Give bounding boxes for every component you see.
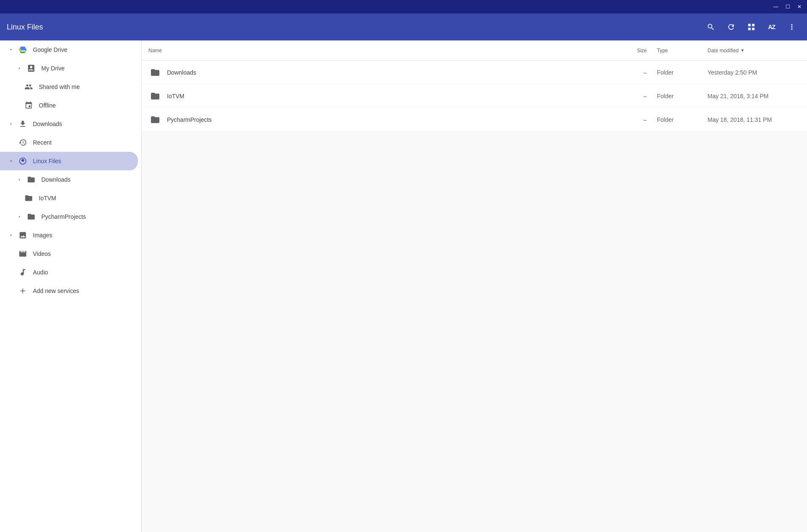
sidebar-label-downloads: Downloads <box>33 121 131 127</box>
download-icon <box>18 119 28 129</box>
table-row[interactable]: PycharmProjects – Folder May 18, 2018, 1… <box>142 108 807 132</box>
titlebar: — ☐ ✕ <box>0 0 807 13</box>
sidebar-item-linux-iotvm[interactable]: IoTVM <box>0 189 138 207</box>
sidebar-item-linux-pycharm[interactable]: PycharmProjects <box>0 207 138 226</box>
close-button[interactable]: ✕ <box>795 3 804 11</box>
file-date-1: Yesterday 2:50 PM <box>707 69 800 76</box>
file-type-3: Folder <box>657 116 707 123</box>
offline-icon <box>24 100 34 110</box>
chevron-right-icon-4 <box>15 214 24 219</box>
column-header-name[interactable]: Name <box>148 48 623 54</box>
column-header-size[interactable]: Size <box>623 48 657 54</box>
folder-row-icon-1 <box>148 66 162 79</box>
add-icon <box>18 286 28 296</box>
sidebar-item-audio[interactable]: Audio <box>0 263 138 282</box>
videos-icon <box>18 249 28 259</box>
images-icon <box>18 230 28 240</box>
folder-icon-2 <box>24 193 34 203</box>
sidebar-label-shared: Shared with me <box>39 83 131 90</box>
chevron-down-icon <box>7 47 15 52</box>
sidebar-label-linux-downloads: Downloads <box>41 176 131 183</box>
file-content-area: Name Size Type Date modified ▼ Downloads… <box>142 40 807 532</box>
chevron-right-icon-2 <box>7 121 15 126</box>
main-layout: Google Drive My Drive Shared with me Off… <box>0 40 807 532</box>
column-header-type[interactable]: Type <box>657 48 707 54</box>
sidebar-item-offline[interactable]: Offline <box>0 96 138 115</box>
chevron-right-icon-3 <box>15 177 24 182</box>
sidebar-item-shared-with-me[interactable]: Shared with me <box>0 78 138 96</box>
sidebar-item-add-services[interactable]: Add new services <box>0 282 138 300</box>
sidebar-label-videos: Videos <box>33 250 131 257</box>
sidebar-item-linux-files[interactable]: Linux Files <box>0 152 138 170</box>
file-name-3: PycharmProjects <box>167 116 623 123</box>
sidebar-label-recent: Recent <box>33 139 131 146</box>
table-row[interactable]: Downloads – Folder Yesterday 2:50 PM <box>142 61 807 84</box>
empty-content-area <box>142 132 807 532</box>
sort-arrow-icon: ▼ <box>740 48 745 53</box>
folder-icon-3 <box>26 212 36 222</box>
app-title: Linux Files <box>7 23 702 32</box>
recent-icon <box>18 137 28 148</box>
table-row[interactable]: IoTVM – Folder May 21, 2018, 3:14 PM <box>142 84 807 108</box>
sidebar-label-linux-pycharm: PycharmProjects <box>41 213 131 220</box>
google-drive-icon <box>18 45 28 55</box>
app-header: Linux Files AZ <box>0 13 807 40</box>
folder-icon-1 <box>26 175 36 185</box>
linux-icon <box>18 156 28 166</box>
my-drive-icon <box>26 63 36 73</box>
audio-icon <box>18 267 28 277</box>
file-size-3: – <box>623 116 657 123</box>
sidebar: Google Drive My Drive Shared with me Off… <box>0 40 142 532</box>
sidebar-label-linux-files: Linux Files <box>33 158 131 164</box>
table-header: Name Size Type Date modified ▼ <box>142 40 807 61</box>
chevron-down-icon-2 <box>7 159 15 164</box>
sidebar-item-my-drive[interactable]: My Drive <box>0 59 138 78</box>
sidebar-item-google-drive[interactable]: Google Drive <box>0 40 138 59</box>
sidebar-label-add-services: Add new services <box>33 287 131 294</box>
chevron-right-icon-5 <box>7 233 15 238</box>
sidebar-label-images: Images <box>33 232 131 239</box>
sidebar-label-audio: Audio <box>33 269 131 276</box>
shared-icon <box>24 82 34 92</box>
column-header-date[interactable]: Date modified ▼ <box>707 48 800 54</box>
file-size-2: – <box>623 93 657 99</box>
file-name-2: IoTVM <box>167 93 623 99</box>
maximize-button[interactable]: ☐ <box>783 3 792 11</box>
sidebar-item-videos[interactable]: Videos <box>0 245 138 263</box>
sidebar-label-linux-iotvm: IoTVM <box>39 195 131 202</box>
sidebar-item-downloads[interactable]: Downloads <box>0 115 138 133</box>
sidebar-label-offline: Offline <box>39 102 131 109</box>
refresh-button[interactable] <box>723 19 740 35</box>
sidebar-label-google-drive: Google Drive <box>33 46 131 53</box>
grid-view-button[interactable] <box>743 19 760 35</box>
more-menu-button[interactable] <box>783 19 800 35</box>
file-type-1: Folder <box>657 69 707 76</box>
search-button[interactable] <box>702 19 719 35</box>
file-date-2: May 21, 2018, 3:14 PM <box>707 93 800 99</box>
folder-row-icon-3 <box>148 113 162 126</box>
folder-row-icon-2 <box>148 89 162 103</box>
file-type-2: Folder <box>657 93 707 99</box>
chevron-right-icon <box>15 66 24 71</box>
sidebar-item-linux-downloads[interactable]: Downloads <box>0 170 138 189</box>
sidebar-label-my-drive: My Drive <box>41 65 131 72</box>
sidebar-item-images[interactable]: Images <box>0 226 138 245</box>
sidebar-item-recent[interactable]: Recent <box>0 133 138 152</box>
header-actions: AZ <box>702 19 800 35</box>
file-size-1: – <box>623 69 657 76</box>
file-date-3: May 18, 2018, 11:31 PM <box>707 116 800 123</box>
sort-button[interactable]: AZ <box>763 19 780 35</box>
file-name-1: Downloads <box>167 69 623 76</box>
minimize-button[interactable]: — <box>772 3 780 11</box>
